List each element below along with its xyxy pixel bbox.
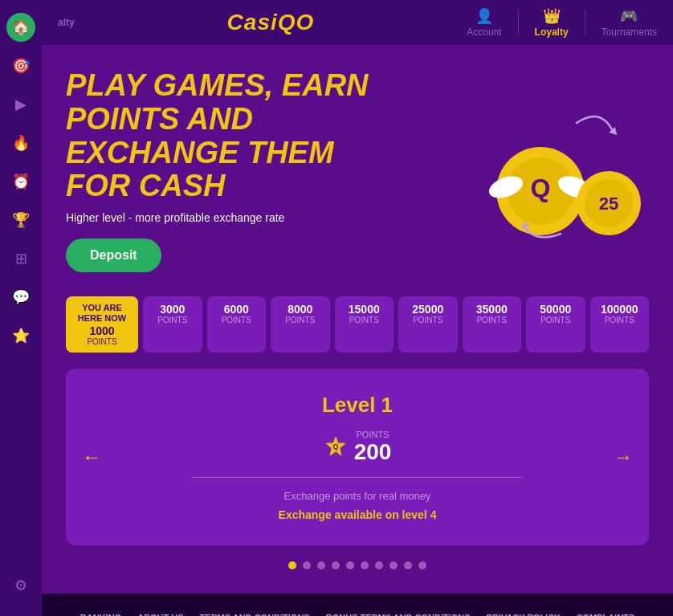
- svg-marker-0: [609, 127, 617, 135]
- exchange-info: Exchange points for real money: [82, 490, 633, 502]
- sidebar-icon-target[interactable]: 🎯: [6, 51, 35, 80]
- hero-heading: PLAY GAMES, EARN POINTS AND EXCHANGE THE…: [66, 69, 371, 203]
- footer-link-privacy[interactable]: PRIVACY POLICY: [487, 613, 561, 616]
- level-divider: [192, 477, 523, 478]
- points-item-25000[interactable]: 25000 POINTS: [398, 296, 458, 352]
- footer-link-terms[interactable]: TERMS AND CONDITIONS: [200, 613, 310, 616]
- points-num-15000: 15000: [345, 303, 385, 316]
- points-label-25000: POINTS: [408, 316, 448, 324]
- footer-row-1: BANKING ABOUT US TERMS AND CONDITIONS BO…: [66, 606, 649, 616]
- dot-1[interactable]: [288, 561, 296, 569]
- sidebar-icon-settings[interactable]: ⚙: [6, 571, 35, 600]
- dot-8[interactable]: [390, 561, 398, 569]
- header-nav: 👤 Account 👑 Loyalty 🎮 Tournaments: [467, 7, 657, 38]
- points-item-35000[interactable]: 35000 POINTS: [463, 296, 522, 352]
- nav-tournaments-label: Tournaments: [602, 27, 657, 38]
- points-label-8000: POINTS: [280, 316, 320, 324]
- exchange-available: Exchange available on level 4: [82, 508, 633, 521]
- footer-link-complaints[interactable]: COMPLAINTS: [576, 613, 634, 616]
- level-points-display: Q POINTS 200: [82, 430, 633, 465]
- deposit-button[interactable]: Deposit: [66, 239, 161, 272]
- points-item-8000[interactable]: 8000 POINTS: [271, 296, 330, 352]
- badge-icon: Q: [324, 435, 348, 459]
- nav-account[interactable]: 👤 Account: [467, 7, 501, 38]
- hero-subheading: Higher level - more profitable exchange …: [66, 211, 371, 224]
- sidebar-icon-clock[interactable]: ⏰: [6, 167, 35, 196]
- points-current[interactable]: YOU ARE HERE NOW 1000 POINTS: [66, 296, 138, 352]
- points-label-35000: POINTS: [472, 316, 512, 324]
- footer-link-banking[interactable]: BANKING: [80, 613, 121, 616]
- svg-text:Q: Q: [332, 443, 338, 451]
- points-num-8000: 8000: [280, 303, 320, 316]
- dot-9[interactable]: [404, 561, 412, 569]
- sidebar-icon-trophy[interactable]: 🏆: [6, 206, 35, 235]
- hero-text: PLAY GAMES, EARN POINTS AND EXCHANGE THE…: [66, 69, 371, 272]
- footer-link-about-us[interactable]: ABOUT US: [137, 613, 183, 616]
- sidebar-icon-home[interactable]: 🏠: [6, 13, 35, 42]
- points-num-6000: 6000: [217, 303, 257, 316]
- you-are-here-label: YOU ARE HERE NOW: [75, 303, 128, 324]
- dot-4[interactable]: [332, 561, 340, 569]
- sidebar-icon-star[interactable]: ⭐: [6, 321, 35, 350]
- footer-link-bonus-terms[interactable]: BONUS TERMS AND CONDITIONS: [326, 613, 471, 616]
- hero-section: PLAY GAMES, EARN POINTS AND EXCHANGE THE…: [66, 69, 649, 272]
- dot-6[interactable]: [361, 561, 369, 569]
- points-label-3000: POINTS: [153, 316, 193, 324]
- points-item-6000[interactable]: 6000 POINTS: [207, 296, 267, 352]
- loyalty-icon: 👑: [543, 7, 561, 25]
- level-card: ← Level 1 Q POINTS 200 Exchange points f…: [66, 369, 649, 545]
- sidebar-icon-fire[interactable]: 🔥: [6, 129, 35, 157]
- tournaments-icon: 🎮: [620, 7, 638, 25]
- points-num-35000: 35000: [472, 303, 512, 316]
- svg-text:Q: Q: [531, 173, 551, 202]
- level-title: Level 1: [82, 393, 633, 418]
- points-item-3000[interactable]: 3000 POINTS: [143, 296, 202, 352]
- pagination-dots: [66, 561, 649, 569]
- points-num-100000: 100000: [600, 303, 640, 316]
- dot-5[interactable]: [346, 561, 354, 569]
- current-points-num: 1000: [75, 324, 128, 337]
- points-value: 200: [354, 439, 392, 465]
- points-num-50000: 50000: [536, 303, 576, 316]
- points-label-100000: POINTS: [600, 316, 640, 324]
- coins-svg: Q 25: [472, 99, 649, 243]
- points-label-50000: POINTS: [536, 316, 576, 324]
- dot-10[interactable]: [418, 561, 426, 569]
- nav-account-label: Account: [467, 27, 501, 38]
- dot-3[interactable]: [317, 561, 325, 569]
- points-label-text: POINTS: [354, 430, 392, 439]
- current-points-label: POINTS: [75, 337, 128, 346]
- points-bar: YOU ARE HERE NOW 1000 POINTS 3000 POINTS…: [66, 296, 649, 352]
- points-label-15000: POINTS: [345, 316, 385, 324]
- points-item-100000[interactable]: 100000 POINTS: [590, 296, 650, 352]
- points-item-15000[interactable]: 15000 POINTS: [335, 296, 394, 352]
- arrow-right-button[interactable]: →: [614, 446, 633, 468]
- points-num-3000: 3000: [153, 303, 193, 316]
- nav-divider-2: [585, 10, 585, 35]
- sidebar-icon-play[interactable]: ▶: [6, 90, 35, 119]
- main-content: PLAY GAMES, EARN POINTS AND EXCHANGE THE…: [42, 45, 673, 616]
- sidebar: 🏠 🎯 ▶ 🔥 ⏰ 🏆 ⊞ 💬 ⭐ ⚙: [0, 0, 42, 616]
- nav-loyalty[interactable]: 👑 Loyalty: [535, 7, 569, 38]
- header-logo: CasiQO: [227, 10, 315, 35]
- nav-loyalty-label: Loyalty: [535, 27, 569, 38]
- nav-divider-1: [518, 10, 519, 35]
- points-num-25000: 25000: [408, 303, 448, 316]
- dot-2[interactable]: [303, 561, 311, 569]
- footer: BANKING ABOUT US TERMS AND CONDITIONS BO…: [42, 594, 673, 616]
- sidebar-icon-grid[interactable]: ⊞: [6, 244, 35, 273]
- account-icon: 👤: [475, 7, 493, 25]
- coins-illustration: Q 25: [472, 99, 649, 243]
- points-label-6000: POINTS: [217, 316, 257, 324]
- points-item-50000[interactable]: 50000 POINTS: [526, 296, 585, 352]
- arrow-left-button[interactable]: ←: [82, 446, 101, 468]
- nav-tournaments[interactable]: 🎮 Tournaments: [602, 7, 657, 38]
- header-partial-title: alty: [58, 17, 75, 28]
- svg-text:25: 25: [599, 194, 618, 214]
- header: alty CasiQO 👤 Account 👑 Loyalty 🎮 Tourna…: [42, 0, 673, 45]
- dot-7[interactable]: [375, 561, 383, 569]
- sidebar-icon-chat[interactable]: 💬: [6, 283, 35, 312]
